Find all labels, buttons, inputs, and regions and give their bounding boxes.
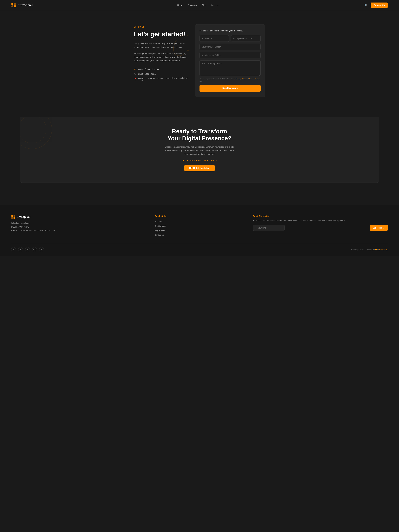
cta-desc: Embark on a digital journey with Entropi… xyxy=(165,145,234,156)
nav-company[interactable]: Company xyxy=(188,4,197,6)
nav-links: Home Company Blog Services xyxy=(177,4,219,6)
newsletter-desc: Subscribe to our email newsletter for la… xyxy=(253,219,388,222)
footer-top: Entropixel hello@entropixel.com (+880) 1… xyxy=(11,215,388,236)
form-title: Please fill in this form to submit your … xyxy=(200,30,261,32)
linkedin-icon: in xyxy=(26,248,28,251)
footer-link-about[interactable]: About Us xyxy=(154,221,163,223)
footer-brand: Entropixel hello@entropixel.com (+880) 1… xyxy=(11,215,146,236)
footer-copyright: Copyright © 2024. Made with ❤ in Entropi… xyxy=(351,249,388,251)
footer-logo: Entropixel xyxy=(11,215,146,219)
hero-left: Contact Us Let's get started! Got questi… xyxy=(134,24,189,82)
footer-link-services[interactable]: Our Services xyxy=(154,225,166,227)
hero-desc-1: Got questions? We're here to help! At En… xyxy=(134,42,189,49)
location-icon: 📍 xyxy=(134,78,137,81)
svg-marker-4 xyxy=(186,50,189,51)
hero-title: Let's get started! xyxy=(134,31,189,38)
svg-rect-3 xyxy=(14,6,16,7)
email-icon: ✉ xyxy=(134,68,137,70)
footer-contact-list: hello@entropixel.com (+880) 1303-596375 … xyxy=(11,222,146,232)
hero-desc-2: Whether you have questions about our car… xyxy=(134,52,189,63)
form-row-phone xyxy=(200,44,261,50)
contact-address: House 12, Road 11, Sector 4, Uttara, Dha… xyxy=(138,77,189,82)
svg-rect-8 xyxy=(13,215,15,217)
svg-rect-10 xyxy=(13,217,15,219)
nav-services[interactable]: Services xyxy=(211,4,219,6)
brand-name: Entropixel xyxy=(18,3,33,7)
instagram-icon: ▲ xyxy=(19,248,22,251)
phone-icon: 📞 xyxy=(134,73,137,75)
footer-link-blog[interactable]: Blog & News xyxy=(154,229,166,232)
svg-rect-7 xyxy=(12,215,13,217)
svg-rect-9 xyxy=(12,217,13,219)
footer-bottom: f ▲ in Bē ✉ Copyright © 2024. Made with … xyxy=(11,243,388,252)
navbar: Entropixel Home Company Blog Services 🔍 … xyxy=(0,0,399,10)
linkedin-link[interactable]: in xyxy=(25,247,30,252)
mail-icon: ✉ xyxy=(41,248,43,251)
email-field-icon: ✉ xyxy=(255,227,256,229)
form-row-subject xyxy=(200,52,261,58)
breadcrumb: Contact Us xyxy=(134,26,189,28)
footer-phone: (+880) 1303-596375 xyxy=(11,226,146,228)
svg-rect-0 xyxy=(12,3,13,5)
privacy-link[interactable]: Privacy Policy xyxy=(236,78,246,80)
quotation-icon: 💬 xyxy=(189,167,192,169)
contact-nav-button[interactable]: Contact Us xyxy=(371,2,388,8)
footer-email: hello@entropixel.com xyxy=(11,222,146,224)
logo[interactable]: Entropixel xyxy=(11,3,33,8)
footer-newsletter: Email Newsletter Subscribe to our email … xyxy=(253,215,388,236)
footer: Entropixel hello@entropixel.com (+880) 1… xyxy=(0,205,399,256)
footer-logo-icon xyxy=(11,215,15,219)
svg-rect-1 xyxy=(14,3,16,5)
instagram-link[interactable]: ▲ xyxy=(18,247,23,252)
quick-links-list: About Us Our Services Blog & News Contac… xyxy=(154,220,245,236)
hero-section: Contact Us Let's get started! Got questi… xyxy=(0,10,399,117)
quick-links-title: Quick Links xyxy=(154,215,245,217)
contact-form-card: Please fill in this form to submit your … xyxy=(195,24,265,97)
email-link[interactable]: ✉ xyxy=(39,247,44,252)
social-links: f ▲ in Bē ✉ xyxy=(11,247,44,252)
search-button[interactable]: 🔍 xyxy=(364,3,368,7)
nav-right: 🔍 Contact Us xyxy=(364,2,388,8)
footer-address: House 12, Road 11, Sector 4, Uttara, Dha… xyxy=(11,229,146,232)
contact-email-item: ✉ contact@entropixel.com xyxy=(134,68,189,70)
nav-blog[interactable]: Blog xyxy=(202,4,206,6)
message-textarea[interactable] xyxy=(200,60,261,76)
logo-icon xyxy=(11,3,16,8)
quotation-label: Get A Quotation xyxy=(193,167,210,169)
cta-section: Ready to TransformYour Digital Presence?… xyxy=(0,117,399,205)
terms-link[interactable]: Terms of Service xyxy=(249,78,261,80)
send-icon: ➤ xyxy=(383,227,385,229)
phone-input[interactable] xyxy=(200,44,261,50)
cta-title: Ready to TransformYour Digital Presence? xyxy=(25,128,374,142)
behance-link[interactable]: Bē xyxy=(32,247,37,252)
email-input[interactable] xyxy=(231,35,261,42)
nav-home[interactable]: Home xyxy=(177,4,183,6)
recaptcha-notice: This site is protected by reCAPTCHA and … xyxy=(200,78,261,82)
contact-info-list: ✉ contact@entropixel.com 📞 (+880) 1303-5… xyxy=(134,68,189,82)
footer-quick-links: Quick Links About Us Our Services Blog &… xyxy=(154,215,245,236)
contact-email: contact@entropixel.com xyxy=(138,68,159,70)
facebook-link[interactable]: f xyxy=(11,247,16,252)
cta-tagline: GET A FREE QUOTATION TODAY! xyxy=(25,160,374,162)
get-quotation-button[interactable]: 💬 Get A Quotation xyxy=(184,165,215,171)
behance-icon: Bē xyxy=(33,248,36,251)
form-row-name-email xyxy=(200,35,261,42)
send-message-button[interactable]: Send Message xyxy=(200,85,261,92)
svg-rect-2 xyxy=(12,6,13,7)
name-input[interactable] xyxy=(200,35,229,42)
contact-address-item: 📍 House 12, Road 11, Sector 4, Uttara, D… xyxy=(134,77,189,82)
newsletter-form: ✉ Subscribe ➤ xyxy=(253,225,388,231)
contact-phone: (+880) 1303-596375 xyxy=(138,73,156,75)
facebook-icon: f xyxy=(13,248,14,251)
newsletter-email-input[interactable] xyxy=(253,225,285,231)
contact-phone-item: 📞 (+880) 1303-596375 xyxy=(134,73,189,75)
footer-brand-name: Entropixel xyxy=(17,215,31,219)
subscribe-label: Subscribe xyxy=(373,227,382,229)
subject-input[interactable] xyxy=(200,52,261,58)
newsletter-title: Email Newsletter xyxy=(253,215,388,217)
subscribe-button[interactable]: Subscribe ➤ xyxy=(370,225,388,231)
search-icon: 🔍 xyxy=(364,4,367,6)
footer-link-contact[interactable]: Contact Us xyxy=(154,234,164,236)
